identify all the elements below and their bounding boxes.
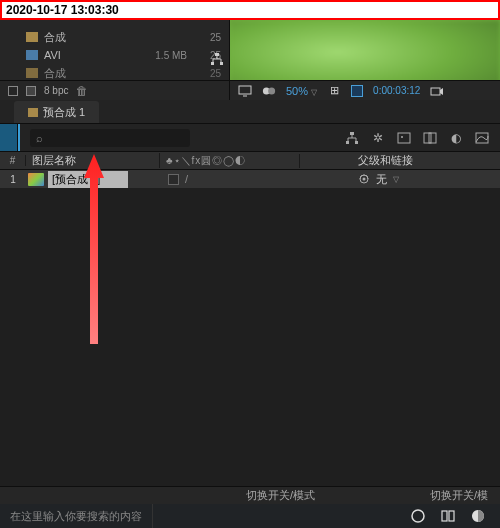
motion-blur-icon[interactable]: ◐ (448, 130, 464, 146)
timestamp-text: 2020-10-17 13:03:30 (6, 3, 119, 17)
timeline-search-row: ⌕ ✲ ◐ (0, 124, 500, 152)
layer-name[interactable]: [预合成 1] (48, 171, 128, 188)
column-layer-name[interactable]: 图层名称 (26, 153, 160, 168)
timecode-column[interactable] (0, 124, 18, 151)
project-item-num: 25 (197, 68, 221, 79)
timeline-layers-area[interactable] (0, 188, 500, 486)
folder-icon (26, 68, 38, 78)
svg-point-18 (412, 510, 424, 522)
project-item-name: 合成 (44, 30, 197, 45)
tab-label: 预合成 1 (43, 105, 85, 120)
svg-rect-19 (442, 511, 447, 521)
timecode-box-icon[interactable] (351, 85, 363, 97)
layer-thumbnail (28, 173, 44, 186)
layer-name-cell: [预合成 1] (44, 171, 160, 188)
svg-rect-7 (431, 88, 440, 95)
svg-rect-1 (211, 62, 214, 65)
taskbar-app-icon[interactable] (470, 508, 486, 524)
svg-point-17 (363, 178, 366, 181)
timeline-panel: 预合成 1 ⌕ ✲ ◐ # 图层名称 ♣⋆＼fx圓◎◯◐ 父级和链接 1 [预合… (0, 100, 500, 504)
toggle-switches-mode-button[interactable]: 切换开关/模式 (240, 488, 321, 503)
shy-icon[interactable] (396, 130, 412, 146)
chevron-down-icon: ▽ (393, 175, 399, 184)
composition-icon (28, 108, 38, 117)
camera-icon[interactable] (430, 84, 444, 98)
project-toolbar: 8 bpc 🗑 (0, 80, 230, 100)
layer-row[interactable]: 1 [预合成 1] / 无 ▽ (0, 170, 500, 188)
graph-editor-icon[interactable] (474, 130, 490, 146)
taskbar-icons (410, 508, 500, 524)
switch-slash[interactable]: / (185, 173, 188, 185)
square-icon[interactable] (26, 86, 36, 96)
frame-blend-icon[interactable] (422, 130, 438, 146)
windows-taskbar: 在这里输入你要搜索的内容 (0, 504, 500, 528)
taskbar-circle-icon[interactable] (410, 508, 426, 524)
composition-mini-flowchart-icon[interactable] (344, 130, 360, 146)
timestamp-bar: 2020-10-17 13:03:30 (0, 0, 500, 20)
timeline-tabs: 预合成 1 (0, 100, 500, 124)
column-switches[interactable]: ♣⋆＼fx圓◎◯◐ (160, 154, 300, 168)
folder-icon (26, 32, 38, 42)
project-item[interactable]: 合成 25 (0, 28, 229, 46)
svg-point-12 (401, 136, 403, 138)
timeline-tab[interactable]: 预合成 1 (14, 101, 99, 123)
project-item[interactable]: AVI 1.5 MB 25 (0, 46, 229, 64)
square-icon[interactable] (8, 86, 18, 96)
trash-icon[interactable]: 🗑 (76, 84, 88, 98)
svg-rect-0 (215, 53, 219, 56)
project-items: 合成 25 AVI 1.5 MB 25 合成 25 (0, 20, 229, 82)
svg-rect-9 (346, 141, 349, 144)
pickwhip-icon[interactable] (358, 173, 370, 185)
svg-rect-10 (355, 141, 358, 144)
timeline-options: ✲ ◐ (344, 130, 500, 146)
parent-dropdown[interactable]: 无 (376, 172, 387, 187)
project-item-name: AVI (44, 49, 155, 61)
svg-rect-2 (220, 62, 223, 65)
svg-rect-14 (429, 133, 436, 143)
timeline-search-input[interactable]: ⌕ (30, 129, 190, 147)
taskbar-search-placeholder: 在这里输入你要搜索的内容 (10, 509, 142, 524)
masks-icon[interactable] (262, 84, 276, 98)
flowchart-icon[interactable] (210, 52, 224, 66)
timecode-display[interactable]: 0:00:03:12 (373, 85, 420, 96)
timecode-accent (18, 124, 20, 151)
bpc-label[interactable]: 8 bpc (44, 85, 68, 96)
grid-icon[interactable]: ⊞ (327, 84, 341, 98)
zoom-dropdown[interactable]: 50% ▽ (286, 85, 317, 97)
preview-toolbar: 50% ▽ ⊞ 0:00:03:12 (230, 80, 500, 100)
layer-switches: / (160, 173, 300, 185)
video-icon (26, 50, 38, 60)
column-index[interactable]: # (0, 155, 26, 166)
svg-rect-3 (239, 86, 251, 94)
toggle-switches-mode-button-right[interactable]: 切换开关/模 (424, 488, 494, 503)
monitor-icon[interactable] (238, 84, 252, 98)
chevron-down-icon: ▽ (311, 88, 317, 97)
switch-box[interactable] (168, 174, 179, 185)
project-item-name: 合成 (44, 66, 197, 81)
project-item-size: 1.5 MB (155, 50, 187, 61)
svg-rect-13 (424, 133, 431, 143)
timeline-columns-header: # 图层名称 ♣⋆＼fx圓◎◯◐ 父级和链接 (0, 152, 500, 170)
svg-rect-8 (350, 132, 354, 135)
timeline-footer: 切换开关/模式 切换开关/模 (0, 486, 500, 504)
column-parent[interactable]: 父级和链接 (352, 153, 500, 168)
taskbar-taskview-icon[interactable] (440, 508, 456, 524)
svg-point-6 (268, 87, 275, 94)
svg-rect-20 (449, 511, 454, 521)
draft-3d-icon[interactable]: ✲ (370, 130, 386, 146)
project-item-num: 25 (197, 32, 221, 43)
layer-index: 1 (0, 174, 26, 185)
taskbar-search[interactable]: 在这里输入你要搜索的内容 (0, 504, 153, 528)
svg-rect-11 (398, 133, 410, 143)
layer-parent-cell: 无 ▽ (352, 172, 500, 187)
search-icon: ⌕ (36, 132, 43, 144)
svg-rect-15 (476, 133, 488, 143)
